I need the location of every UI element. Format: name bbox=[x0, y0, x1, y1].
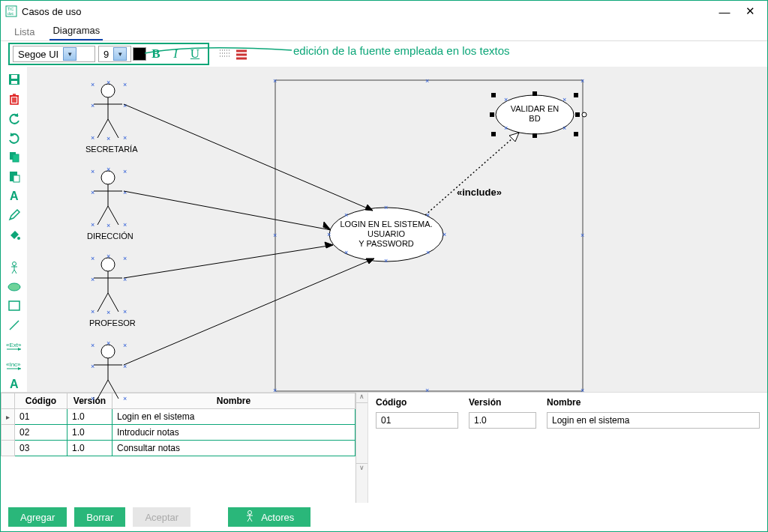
svg-text:×: × bbox=[504, 96, 508, 103]
svg-text:×: × bbox=[344, 249, 348, 256]
svg-text:×: × bbox=[91, 189, 94, 196]
svg-text:×: × bbox=[123, 255, 127, 262]
borrar-button[interactable]: Borrar bbox=[74, 507, 125, 527]
tab-diagramas[interactable]: Diagramas bbox=[50, 22, 103, 40]
usecase-login[interactable]: LOGIN EN EL SISTEMA. USUARIO Y PASSWORD … bbox=[327, 204, 446, 265]
svg-text:×: × bbox=[123, 308, 127, 315]
svg-point-29 bbox=[8, 283, 20, 291]
save-icon[interactable] bbox=[5, 71, 23, 88]
svg-text:«Inc»: «Inc» bbox=[6, 361, 21, 368]
chevron-down-icon: ▼ bbox=[63, 47, 76, 61]
aceptar-button[interactable]: Aceptar bbox=[133, 507, 190, 527]
text-mode-icon[interactable]: A bbox=[5, 187, 23, 204]
table-row[interactable]: 03 1.0 Consultar notas bbox=[2, 441, 356, 456]
undo-icon[interactable] bbox=[5, 110, 23, 127]
svg-text:×: × bbox=[106, 79, 110, 86]
svg-text:×: × bbox=[106, 339, 110, 347]
copy-icon[interactable] bbox=[5, 149, 23, 166]
chevron-down-icon: ▼ bbox=[113, 47, 127, 61]
tab-bar: Lista Diagramas bbox=[1, 22, 767, 41]
svg-text:A: A bbox=[10, 378, 19, 390]
svg-rect-111 bbox=[491, 93, 496, 97]
tab-lista[interactable]: Lista bbox=[11, 23, 38, 40]
svg-text:×: × bbox=[106, 253, 110, 260]
svg-text:×: × bbox=[91, 276, 94, 283]
svg-rect-114 bbox=[490, 112, 494, 117]
svg-text:USUARIO: USUARIO bbox=[368, 229, 406, 238]
redo-icon[interactable] bbox=[5, 130, 23, 146]
fill-icon[interactable] bbox=[5, 226, 23, 243]
paste-icon[interactable] bbox=[5, 168, 23, 184]
actor-tool-icon[interactable] bbox=[5, 259, 23, 276]
usecase-tool-icon[interactable] bbox=[5, 279, 23, 295]
svg-rect-115 bbox=[575, 112, 580, 117]
svg-text:Y PASSWORD: Y PASSWORD bbox=[358, 239, 414, 248]
svg-text:×: × bbox=[123, 342, 127, 349]
svg-line-28 bbox=[14, 270, 16, 273]
actor-label: DIRECCIÓN bbox=[87, 232, 134, 241]
svg-text:×: × bbox=[91, 308, 94, 315]
edit-icon[interactable] bbox=[5, 207, 23, 223]
svg-text:A: A bbox=[10, 190, 19, 202]
svg-line-126 bbox=[124, 245, 333, 278]
svg-text:×: × bbox=[106, 222, 110, 229]
window-title: Casos de uso bbox=[22, 6, 712, 17]
grid-row-header bbox=[2, 393, 15, 409]
svg-text:×: × bbox=[123, 395, 127, 402]
svg-text:×: × bbox=[273, 387, 277, 394]
svg-text:«Ext»: «Ext» bbox=[6, 342, 22, 348]
svg-rect-10 bbox=[11, 75, 17, 79]
svg-rect-117 bbox=[532, 133, 537, 138]
svg-text:LOGIN EN EL SISTEMA.: LOGIN EN EL SISTEMA. bbox=[340, 220, 432, 229]
agregar-button[interactable]: Agregar bbox=[8, 507, 67, 527]
include-label: «include» bbox=[457, 187, 502, 198]
svg-text:×: × bbox=[123, 81, 127, 88]
diagram-canvas[interactable]: ××× ×× ××× SECRETARÍA ×× ×× ×× bbox=[28, 67, 767, 392]
svg-line-27 bbox=[12, 270, 14, 273]
svg-line-132 bbox=[248, 518, 250, 522]
usecase-validar[interactable]: VALIDAR EN BD ×××× bbox=[490, 91, 586, 138]
actor-label: SECRETARÍA bbox=[86, 145, 138, 154]
close-button[interactable]: ✕ bbox=[737, 3, 763, 19]
delete-icon[interactable] bbox=[5, 91, 23, 107]
actor-secretaria[interactable]: SECRETARÍA ×× ×× ×× ×× bbox=[86, 79, 138, 154]
actor-unnamed[interactable]: ××××××× bbox=[91, 339, 127, 402]
row-pointer-icon: ▸ bbox=[2, 409, 15, 425]
svg-line-125 bbox=[124, 191, 331, 230]
svg-rect-30 bbox=[9, 301, 20, 310]
svg-text:×: × bbox=[425, 387, 429, 394]
actores-button[interactable]: Actores bbox=[228, 507, 310, 527]
svg-rect-11 bbox=[11, 81, 17, 84]
svg-line-127 bbox=[124, 259, 374, 365]
font-size-dropdown[interactable]: 9 ▼ bbox=[98, 46, 131, 62]
svg-text:×: × bbox=[91, 255, 94, 262]
svg-rect-116 bbox=[491, 132, 496, 136]
svg-text:×: × bbox=[123, 134, 127, 142]
include-relation[interactable]: «include» bbox=[425, 133, 519, 215]
svg-text:×: × bbox=[123, 276, 127, 283]
svg-line-88 bbox=[108, 380, 118, 399]
left-toolbar: A «Ext» «Inc» A bbox=[1, 67, 28, 392]
actor-icon bbox=[244, 510, 255, 525]
actor-direccion[interactable]: DIRECCIÓN ×××××××× bbox=[87, 166, 134, 241]
include-tool-icon[interactable]: «Inc» bbox=[5, 356, 23, 372]
svg-text:×: × bbox=[106, 166, 110, 173]
rect-tool-icon[interactable] bbox=[5, 298, 23, 315]
svg-text:×: × bbox=[442, 231, 446, 238]
svg-point-123 bbox=[582, 112, 586, 117]
svg-text:doc: doc bbox=[8, 11, 14, 16]
line-tool-icon[interactable] bbox=[5, 317, 23, 333]
font-size-value: 9 bbox=[104, 49, 109, 60]
actor-profesor[interactable]: PROFESOR ×××××××× bbox=[89, 253, 136, 327]
minimize-button[interactable]: — bbox=[712, 3, 737, 19]
table-row[interactable]: 02 1.0 Introducir notas bbox=[2, 425, 356, 441]
svg-text:×: × bbox=[91, 168, 94, 175]
font-name-dropdown[interactable]: Segoe UI ▼ bbox=[13, 46, 95, 62]
extend-tool-icon[interactable]: «Ext» bbox=[5, 336, 23, 353]
svg-text:×: × bbox=[426, 249, 430, 256]
svg-text:×: × bbox=[273, 232, 277, 239]
annotation-label: edición de la fuente empleada en los tex… bbox=[293, 44, 510, 57]
footer-toolbar: Agregar Borrar Aceptar Actores bbox=[1, 503, 767, 531]
text-tool-icon[interactable]: A bbox=[5, 375, 23, 392]
svg-text:×: × bbox=[123, 168, 127, 175]
